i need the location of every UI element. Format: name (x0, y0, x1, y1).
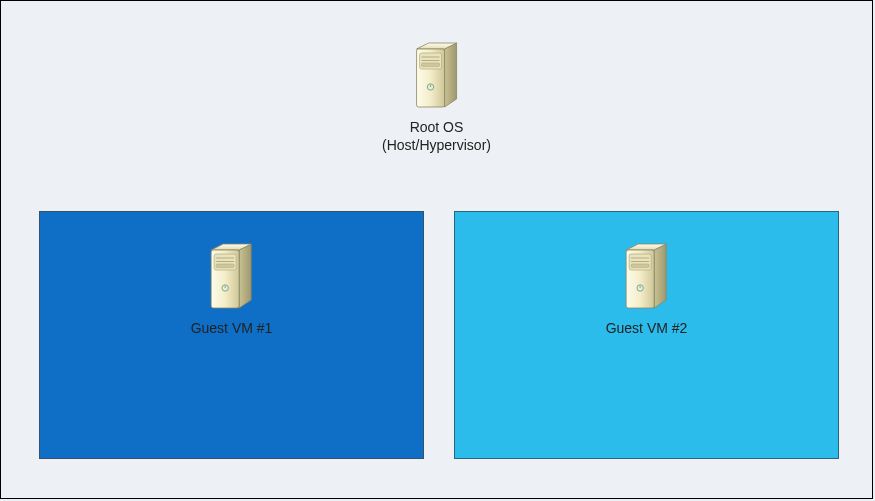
server-tower-icon (415, 41, 459, 113)
guest-vm-2-node: Guest VM #2 (606, 242, 688, 336)
guest-vm-1-label: Guest VM #1 (191, 320, 273, 336)
root-os-label-line2: (Host/Hypervisor) (382, 137, 491, 155)
server-tower-icon (624, 242, 668, 314)
svg-rect-24 (631, 264, 649, 268)
guest-vm-1-node: Guest VM #1 (191, 242, 273, 336)
root-os-node: Root OS (Host/Hypervisor) (382, 41, 491, 154)
svg-marker-18 (654, 244, 666, 308)
svg-rect-6 (422, 63, 440, 67)
server-tower-icon (209, 242, 253, 314)
guest-vm-2-box: Guest VM #2 (454, 211, 839, 459)
svg-rect-15 (216, 264, 234, 268)
root-os-label-line1: Root OS (382, 119, 491, 137)
svg-marker-9 (239, 244, 251, 308)
root-os-label: Root OS (Host/Hypervisor) (382, 119, 491, 154)
guest-vm-2-label: Guest VM #2 (606, 320, 688, 336)
svg-marker-0 (445, 43, 457, 107)
guest-vm-1-box: Guest VM #1 (39, 211, 424, 459)
diagram-canvas: Root OS (Host/Hypervisor) Guest VM #1 (0, 0, 873, 499)
